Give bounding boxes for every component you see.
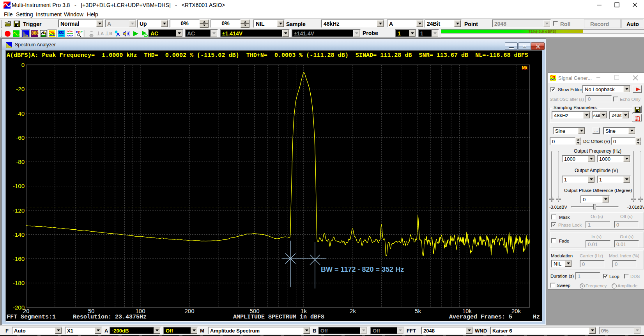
svg-text:Mi: Mi [522,65,527,70]
svg-text:BW = 1172 - 820 = 352 Hz: BW = 1172 - 820 = 352 Hz [321,266,404,273]
